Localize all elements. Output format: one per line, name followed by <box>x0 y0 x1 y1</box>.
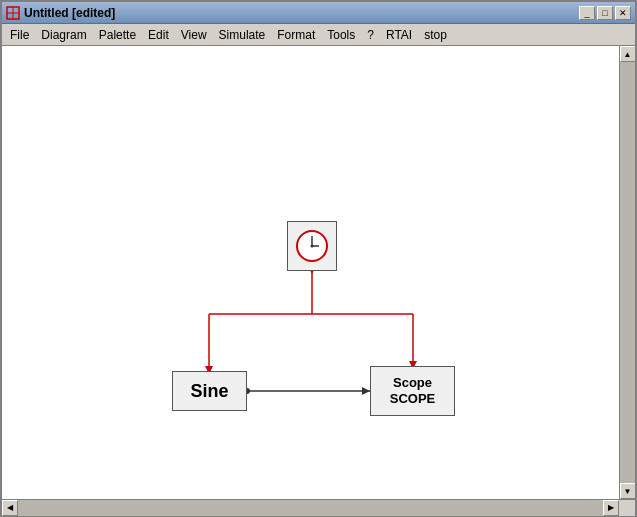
menu-help[interactable]: ? <box>361 26 380 44</box>
scroll-right-track[interactable] <box>620 62 636 483</box>
titlebar-left: Untitled [edited] <box>6 6 115 20</box>
connections-layer <box>2 46 619 499</box>
menu-palette[interactable]: Palette <box>93 26 142 44</box>
scope-label-line2: SCOPE <box>390 391 436 407</box>
canvas[interactable]: Sine Scope SCOPE <box>2 46 619 499</box>
menu-diagram[interactable]: Diagram <box>35 26 92 44</box>
titlebar: Untitled [edited] _ □ ✕ <box>2 2 635 24</box>
scrollbar-bottom: ◀ ▶ <box>2 500 619 515</box>
window-title: Untitled [edited] <box>24 6 115 20</box>
sine-block[interactable]: Sine <box>172 371 247 411</box>
close-button[interactable]: ✕ <box>615 6 631 20</box>
clock-icon <box>294 228 330 264</box>
menu-format[interactable]: Format <box>271 26 321 44</box>
menu-tools[interactable]: Tools <box>321 26 361 44</box>
scroll-right-button[interactable]: ▶ <box>603 500 619 516</box>
scope-block[interactable]: Scope SCOPE <box>370 366 455 416</box>
scroll-bottom-track[interactable] <box>18 500 603 516</box>
scroll-down-button[interactable]: ▼ <box>620 483 636 499</box>
scroll-up-button[interactable]: ▲ <box>620 46 636 62</box>
maximize-button[interactable]: □ <box>597 6 613 20</box>
menu-edit[interactable]: Edit <box>142 26 175 44</box>
svg-point-17 <box>311 245 314 248</box>
minimize-button[interactable]: _ <box>579 6 595 20</box>
menu-simulate[interactable]: Simulate <box>213 26 272 44</box>
scrollbar-corner <box>619 500 635 516</box>
svg-marker-12 <box>362 387 370 395</box>
menu-stop[interactable]: stop <box>418 26 453 44</box>
main-area: Sine Scope SCOPE ▲ ▼ <box>2 46 635 499</box>
menu-file[interactable]: File <box>4 26 35 44</box>
scope-label-line1: Scope <box>393 375 432 391</box>
menu-rtai[interactable]: RTAI <box>380 26 418 44</box>
sine-label: Sine <box>190 381 228 402</box>
main-window: Untitled [edited] _ □ ✕ File Diagram Pal… <box>0 0 637 517</box>
menu-view[interactable]: View <box>175 26 213 44</box>
scroll-left-button[interactable]: ◀ <box>2 500 18 516</box>
titlebar-buttons: _ □ ✕ <box>579 6 631 20</box>
app-icon <box>6 6 20 20</box>
scrollbar-right: ▲ ▼ <box>619 46 635 499</box>
menubar: File Diagram Palette Edit View Simulate … <box>2 24 635 46</box>
bottom-bar: ◀ ▶ <box>2 499 635 515</box>
clock-block[interactable] <box>287 221 337 271</box>
